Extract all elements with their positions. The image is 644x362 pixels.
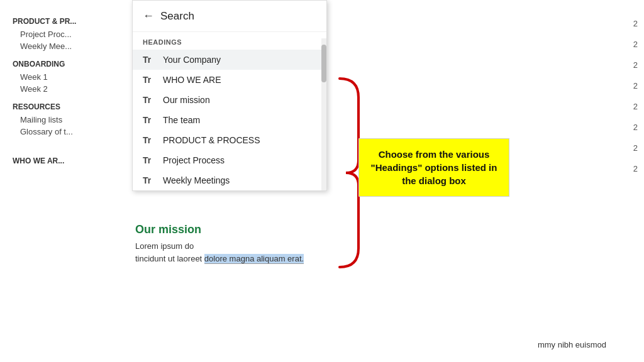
sidebar-section-whoweare: WHO WE AR... xyxy=(13,156,110,165)
heading-type-icon-5: Tr xyxy=(143,135,155,145)
body-text-part2: tincidunt ut laoreet xyxy=(135,254,202,263)
heading-type-icon-3: Tr xyxy=(143,95,155,105)
page-num-5: 2 xyxy=(633,102,638,111)
page-num-4: 2 xyxy=(633,81,638,90)
sidebar-item-project[interactable]: Project Proc... xyxy=(13,28,110,40)
page-num-2: 2 xyxy=(633,40,638,49)
heading-item-your-company[interactable]: Tr Your Company xyxy=(133,50,326,70)
right-body-text: mmy nibh euismod xyxy=(538,340,606,349)
headings-section-label: HEADINGS xyxy=(133,32,326,50)
page-num-8: 2 xyxy=(633,164,638,173)
sidebar-section-onboarding: ONBOARDING xyxy=(13,60,110,69)
heading-type-icon-2: Tr xyxy=(143,75,155,85)
right-text-part1: mmy nibh euismod xyxy=(538,340,606,349)
heading-item-who-we-are[interactable]: Tr WHO WE ARE xyxy=(133,70,326,90)
search-panel-title: Search xyxy=(160,10,194,23)
heading-text-who-we-are: WHO WE ARE xyxy=(163,75,221,85)
heading-type-icon-6: Tr xyxy=(143,155,155,165)
heading-text-project-process: Project Process xyxy=(163,155,225,165)
main-green-heading: Our mission xyxy=(135,223,631,236)
heading-type-icon-7: Tr xyxy=(143,175,155,185)
callout-box: Choose from the various "Headings" optio… xyxy=(358,138,509,197)
highlighted-text: dolore magna aliquam erat. xyxy=(204,254,304,264)
search-panel: ← Search HEADINGS Tr Your Company Tr WHO… xyxy=(132,0,327,191)
sidebar-item-glossary[interactable]: Glossary of t... xyxy=(13,126,110,138)
heading-text-the-team: The team xyxy=(163,115,200,125)
heading-item-our-mission[interactable]: Tr Our mission xyxy=(133,90,326,110)
page-numbers-column: 2 2 2 2 2 2 2 2 xyxy=(633,0,638,362)
search-panel-header: ← Search xyxy=(133,1,326,32)
heading-item-weekly-meetings[interactable]: Tr Weekly Meetings xyxy=(133,170,326,190)
back-arrow-button[interactable]: ← xyxy=(143,9,154,23)
body-text-part1: Lorem ipsum do xyxy=(135,241,194,251)
sidebar-item-week1[interactable]: Week 1 xyxy=(13,71,110,83)
page-num-1: 2 xyxy=(633,19,638,28)
heading-item-the-team[interactable]: Tr The team xyxy=(133,110,326,130)
scrollbar-thumb[interactable] xyxy=(321,45,326,82)
heading-text-your-company: Your Company xyxy=(163,55,221,65)
sidebar-item-mailing[interactable]: Mailing lists xyxy=(13,114,110,126)
page-num-6: 2 xyxy=(633,123,638,132)
heading-type-icon-4: Tr xyxy=(143,115,155,125)
sidebar-section-product: PRODUCT & PR... xyxy=(13,17,110,26)
page-num-7: 2 xyxy=(633,143,638,153)
heading-type-icon-1: Tr xyxy=(143,55,155,65)
heading-text-our-mission: Our mission xyxy=(163,95,210,105)
heading-text-product-process: PRODUCT & PROCESS xyxy=(163,135,260,145)
scrollbar-track xyxy=(321,38,326,190)
callout-text: Choose from the various "Headings" optio… xyxy=(369,148,499,187)
main-body-text: Lorem ipsum do xyxy=(135,240,631,253)
main-body-text2: tincidunt ut laoreet dolore magna aliqua… xyxy=(135,253,631,265)
page-num-3: 2 xyxy=(633,60,638,70)
sidebar-item-weekly[interactable]: Weekly Mee... xyxy=(13,40,110,52)
heading-item-project-process[interactable]: Tr Project Process xyxy=(133,150,326,170)
sidebar-section-resources: RESOURCES xyxy=(13,102,110,111)
heading-text-weekly-meetings: Weekly Meetings xyxy=(163,175,230,185)
sidebar-item-week2[interactable]: Week 2 xyxy=(13,83,110,95)
heading-item-product-process[interactable]: Tr PRODUCT & PROCESS xyxy=(133,130,326,150)
document-sidebar: PRODUCT & PR... Project Proc... Weekly M… xyxy=(0,0,123,362)
